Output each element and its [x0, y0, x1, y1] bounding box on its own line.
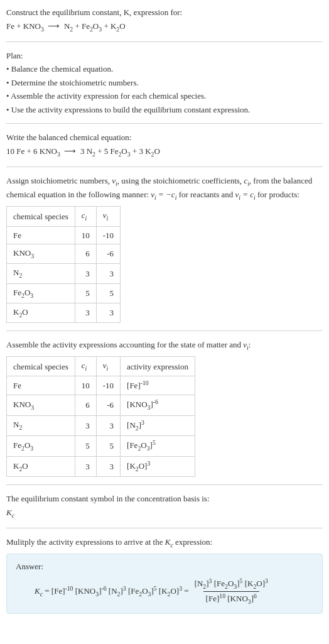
table-row: KNO3 6 -6 [KNO3]-6	[7, 395, 195, 416]
cell-expr: [Fe]-10	[121, 376, 195, 395]
balanced-block: Write the balanced chemical equation: 10…	[6, 131, 323, 159]
answer-label: Answer:	[16, 560, 313, 573]
cell-nu: -10	[96, 226, 120, 244]
multiply-p2: expression:	[173, 537, 212, 547]
question-equation: Fe + KNO3 ⟶ N2 + Fe2O3 + K2O	[6, 20, 323, 34]
plan-block: Plan: • Balance the chemical equation. •…	[6, 50, 323, 116]
col-expr: activity expression	[121, 357, 195, 376]
answer-equation: Kc = [Fe]-10 [KNO3]-6 [N2]3 [Fe2O3]5 [K2…	[16, 577, 313, 607]
cell-c: 3	[75, 264, 96, 283]
table-row: K2O 3 3 [K2O]3	[7, 456, 195, 477]
divider	[6, 166, 323, 167]
cell-species: N2	[7, 264, 75, 283]
kc-symbol: Kc	[165, 537, 173, 547]
cell-species: Fe	[7, 226, 75, 244]
cell-species: KNO3	[7, 244, 75, 264]
table-row: N2 3 3	[7, 264, 121, 283]
cell-nu: 5	[96, 283, 120, 303]
col-nui: νi	[96, 357, 120, 376]
symbol-line1: The equilibrium constant symbol in the c…	[6, 493, 323, 505]
cell-c: 6	[75, 244, 96, 264]
answer-lhs: Kc = [Fe]-10 [KNO3]-6 [N2]3 [Fe2O3]5 [K2…	[35, 584, 189, 599]
fraction-numerator: [N2]3 [Fe2O3]5 [K2O]3	[192, 577, 271, 592]
table-row: N2 3 3 [N2]3	[7, 415, 195, 436]
answer-fraction: [N2]3 [Fe2O3]5 [K2O]3 [Fe]10 [KNO3]6	[192, 577, 271, 607]
plan-item: • Use the activity expressions to build …	[6, 104, 323, 116]
cell-c: 3	[75, 456, 96, 477]
assign-p5: for products:	[256, 190, 299, 199]
plan-label: Plan:	[6, 50, 323, 62]
cell-expr: [K2O]3	[121, 456, 195, 477]
cell-c: 3	[75, 415, 96, 436]
activity-intro: Assemble the activity expressions accoun…	[6, 339, 323, 352]
cell-c: 6	[75, 395, 96, 416]
symbol-kc: Kc	[6, 506, 323, 520]
activity-p1: Assemble the activity expressions accoun…	[6, 340, 243, 349]
plan-item: • Assemble the activity expression for e…	[6, 90, 323, 102]
cell-nu: -10	[96, 376, 120, 395]
divider	[6, 484, 323, 485]
multiply-intro: Mulitply the activity expressions to arr…	[6, 536, 323, 550]
table-row: Fe 10 -10 [Fe]-10	[7, 376, 195, 395]
question-title: Construct the equilibrium constant, K, e…	[6, 6, 323, 19]
rel2: νi = ci	[235, 190, 256, 199]
assign-block: Assign stoichiometric numbers, νi, using…	[6, 175, 323, 323]
cell-c: 3	[75, 303, 96, 322]
balanced-equation: 10 Fe + 6 KNO3 ⟶ 3 N2 + 5 Fe2O3 + 3 K2O	[6, 145, 323, 159]
cell-species: Fe2O3	[7, 436, 75, 457]
activity-block: Assemble the activity expressions accoun…	[6, 339, 323, 477]
col-species: chemical species	[7, 357, 75, 376]
divider	[6, 41, 323, 42]
table-header-row: chemical species ci νi activity expressi…	[7, 357, 195, 376]
cell-expr: [Fe2O3]5	[121, 436, 195, 457]
stoich-table: chemical species ci νi Fe 10 -10 KNO3 6 …	[6, 206, 121, 323]
c-symbol: ci	[244, 176, 249, 185]
cell-expr: [KNO3]-6	[121, 395, 195, 416]
table-row: Fe2O3 5 5 [Fe2O3]5	[7, 436, 195, 457]
cell-nu: 3	[96, 456, 120, 477]
cell-c: 10	[75, 226, 96, 244]
assign-p2: , using the stoichiometric coefficients,	[117, 176, 244, 185]
plan-item: • Balance the chemical equation.	[6, 63, 323, 75]
divider	[6, 330, 323, 331]
assign-p1: Assign stoichiometric numbers,	[6, 176, 112, 185]
plan-item: • Determine the stoichiometric numbers.	[6, 77, 323, 89]
table-row: K2O 3 3	[7, 303, 121, 322]
title-text: Construct the equilibrium constant, K, e…	[6, 8, 182, 17]
activity-p2: :	[249, 340, 251, 349]
assign-p4: for reactants and	[176, 190, 235, 199]
cell-nu: 3	[96, 264, 120, 283]
cell-nu: -6	[96, 395, 120, 416]
nu-symbol: νi	[112, 176, 117, 185]
cell-species: N2	[7, 415, 75, 436]
nu-symbol: νi	[243, 340, 249, 349]
balanced-intro: Write the balanced chemical equation:	[6, 131, 323, 144]
multiply-p1: Mulitply the activity expressions to arr…	[6, 537, 165, 547]
col-ci: ci	[75, 357, 96, 376]
assign-text: Assign stoichiometric numbers, νi, using…	[6, 175, 323, 202]
col-nui: νi	[96, 207, 120, 226]
cell-species: K2O	[7, 303, 75, 322]
rel1: νi = −ci	[151, 190, 176, 199]
cell-nu: 3	[96, 303, 120, 322]
cell-species: KNO3	[7, 395, 75, 416]
table-row: Fe2O3 5 5	[7, 283, 121, 303]
cell-nu: -6	[96, 244, 120, 264]
cell-c: 5	[75, 283, 96, 303]
cell-species: Fe	[7, 376, 75, 395]
table-row: KNO3 6 -6	[7, 244, 121, 264]
cell-c: 5	[75, 436, 96, 457]
symbol-block: The equilibrium constant symbol in the c…	[6, 493, 323, 520]
cell-expr: [N2]3	[121, 415, 195, 436]
cell-c: 10	[75, 376, 96, 395]
table-row: Fe 10 -10	[7, 226, 121, 244]
activity-table: chemical species ci νi activity expressi…	[6, 356, 195, 477]
col-ci: ci	[75, 207, 96, 226]
cell-nu: 5	[96, 436, 120, 457]
answer-box: Answer: Kc = [Fe]-10 [KNO3]-6 [N2]3 [Fe2…	[6, 554, 323, 614]
cell-nu: 3	[96, 415, 120, 436]
question-block: Construct the equilibrium constant, K, e…	[6, 6, 323, 34]
fraction-denominator: [Fe]10 [KNO3]6	[203, 591, 259, 607]
multiply-block: Mulitply the activity expressions to arr…	[6, 536, 323, 614]
col-species: chemical species	[7, 207, 75, 226]
